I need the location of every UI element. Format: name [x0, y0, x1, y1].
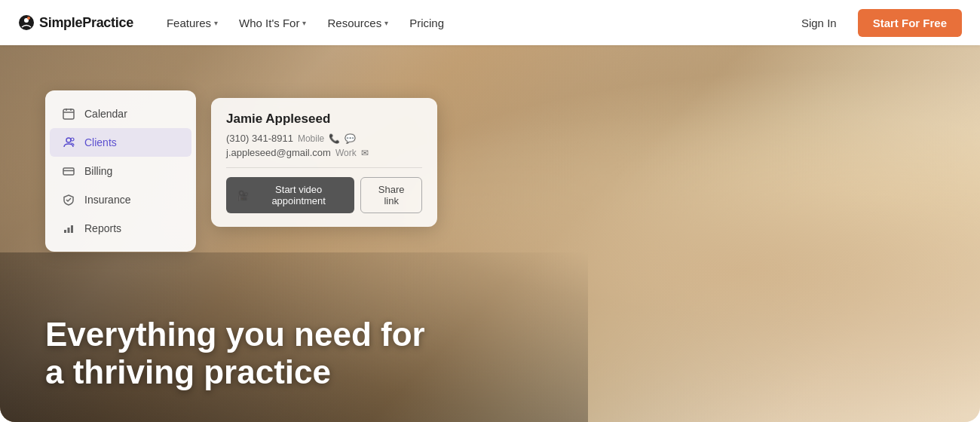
svg-point-2	[27, 17, 30, 20]
sidebar-item-insurance[interactable]: Insurance	[50, 185, 191, 214]
client-actions: 🎥 Start video appointment Share link	[226, 177, 422, 213]
logo-text: SimplePractice	[39, 15, 133, 31]
sidebar-item-calendar[interactable]: Calendar	[50, 99, 191, 128]
sidebar-billing-label: Billing	[84, 165, 112, 177]
svg-rect-12	[68, 228, 70, 233]
share-link-button[interactable]: Share link	[360, 177, 422, 213]
nav-features[interactable]: Features ▾	[158, 11, 227, 35]
nav-who-its-for[interactable]: Who It's For ▾	[230, 11, 315, 35]
sidebar-calendar-label: Calendar	[84, 108, 127, 120]
sidebar-reports-label: Reports	[84, 222, 121, 234]
hero-text: Everything you need for a thriving pract…	[45, 316, 425, 392]
nav-right: Sign In Start For Free	[792, 9, 962, 37]
phone-icon: 📞	[329, 133, 340, 144]
billing-icon	[62, 164, 75, 178]
start-video-button[interactable]: 🎥 Start video appointment	[226, 177, 354, 213]
sidebar-insurance-label: Insurance	[84, 194, 130, 206]
navbar: SimplePractice Features ▾ Who It's For ▾…	[0, 0, 980, 45]
svg-point-8	[71, 138, 74, 141]
phone-type-label: Mobile	[298, 133, 324, 144]
nav-resources[interactable]: Resources ▾	[318, 11, 397, 35]
card-divider	[226, 167, 422, 168]
nav-pricing[interactable]: Pricing	[400, 11, 453, 35]
nav-links: Features ▾ Who It's For ▾ Resources ▾ Pr…	[158, 11, 792, 35]
message-icon: 💬	[345, 133, 356, 144]
svg-rect-11	[64, 230, 66, 233]
signin-link[interactable]: Sign In	[792, 11, 846, 35]
features-chevron-icon: ▾	[214, 19, 218, 27]
hero-section: Calendar Clients Billing	[0, 45, 980, 422]
email-icon: ✉	[361, 148, 369, 158]
calendar-icon	[62, 107, 75, 121]
sidebar-item-reports[interactable]: Reports	[50, 214, 191, 243]
hero-headline: Everything you need for a thriving pract…	[45, 316, 425, 392]
sidebar-clients-label: Clients	[84, 136, 117, 148]
sidebar-item-billing[interactable]: Billing	[50, 157, 191, 185]
app-sidebar-panel: Calendar Clients Billing	[45, 90, 196, 252]
sidebar-item-clients[interactable]: Clients	[50, 128, 191, 157]
svg-rect-3	[63, 109, 74, 119]
client-phone-row: (310) 341-8911 Mobile 📞 💬	[226, 133, 422, 144]
email-address: j.appleseed@gmail.com	[226, 147, 331, 158]
client-card-popup: Jamie Appleseed (310) 341-8911 Mobile 📞 …	[211, 98, 437, 227]
insurance-icon	[62, 193, 75, 206]
email-type-label: Work	[335, 148, 357, 158]
logo[interactable]: SimplePractice	[18, 14, 133, 31]
who-its-for-chevron-icon: ▾	[302, 19, 306, 27]
logo-icon	[18, 14, 35, 31]
svg-point-7	[66, 138, 71, 142]
phone-number: (310) 341-8911	[226, 133, 293, 144]
reports-icon	[62, 222, 75, 235]
hero-headline-line2: a thriving practice	[45, 353, 331, 390]
hero-headline-line1: Everything you need for	[45, 316, 425, 353]
video-icon: 🎥	[237, 190, 249, 201]
svg-rect-9	[63, 168, 74, 175]
client-email-row: j.appleseed@gmail.com Work ✉	[226, 147, 422, 158]
resources-chevron-icon: ▾	[384, 19, 388, 27]
start-for-free-button[interactable]: Start For Free	[858, 9, 962, 37]
svg-rect-13	[71, 225, 73, 233]
clients-icon	[62, 136, 75, 149]
client-name: Jamie Appleseed	[226, 112, 422, 127]
